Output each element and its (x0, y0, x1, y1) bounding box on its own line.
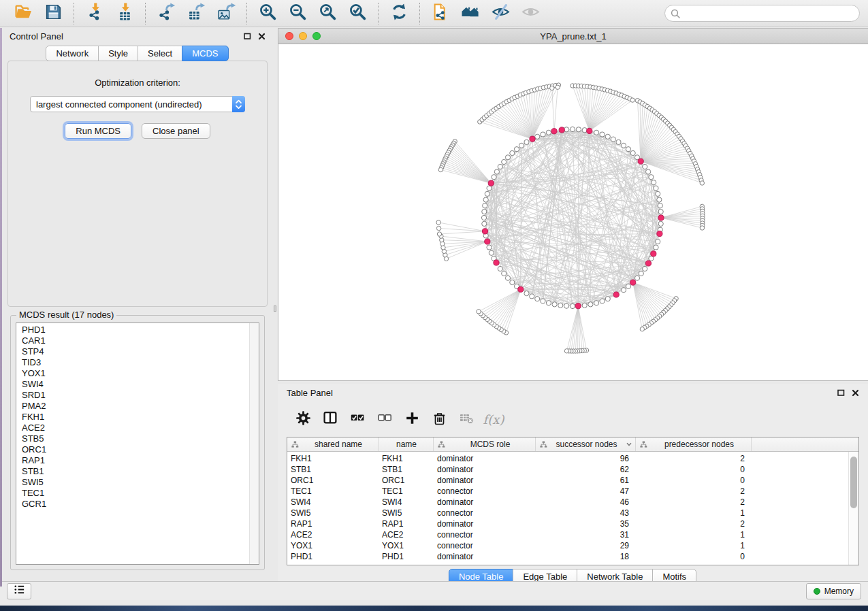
network-node[interactable] (552, 302, 557, 307)
network-node[interactable] (550, 86, 554, 90)
column-header-predecessor-nodes[interactable]: predecessor nodes (636, 437, 752, 451)
network-node[interactable] (492, 175, 496, 180)
network-node[interactable] (654, 186, 658, 191)
network-node[interactable] (616, 139, 621, 144)
network-hub-node[interactable] (518, 286, 524, 292)
search-input[interactable] (684, 7, 853, 19)
network-node[interactable] (576, 127, 581, 132)
close-window-traffic-light[interactable] (285, 32, 293, 40)
network-node[interactable] (524, 139, 529, 144)
network-node[interactable] (505, 155, 510, 160)
network-node[interactable] (621, 143, 626, 148)
network-node[interactable] (510, 150, 515, 155)
network-node[interactable] (530, 294, 534, 299)
network-node[interactable] (564, 303, 569, 308)
splitter-handle[interactable] (274, 306, 276, 312)
network-node[interactable] (510, 280, 515, 284)
network-node[interactable] (524, 291, 529, 296)
network-hub-node[interactable] (530, 136, 535, 142)
tab-select[interactable]: Select (138, 46, 182, 61)
network-node[interactable] (657, 197, 662, 202)
network-node[interactable] (600, 299, 605, 303)
network-node[interactable] (502, 271, 507, 276)
search-field[interactable] (664, 5, 860, 22)
network-node[interactable] (482, 221, 487, 226)
float-panel-icon[interactable] (837, 389, 845, 397)
network-node[interactable] (640, 327, 644, 331)
network-node[interactable] (658, 210, 663, 214)
network-hub-node[interactable] (638, 159, 643, 164)
network-node[interactable] (626, 284, 630, 288)
import-network-from-file-button[interactable] (84, 3, 106, 24)
network-node[interactable] (652, 180, 656, 185)
network-node[interactable] (700, 181, 704, 185)
table-row[interactable]: SWI5SWI5connector431 (287, 508, 858, 518)
table-scrollbar[interactable] (848, 452, 858, 565)
network-node[interactable] (630, 98, 634, 102)
network-node[interactable] (558, 303, 563, 308)
list-item[interactable]: RAP1 (16, 455, 249, 466)
network-hub-node[interactable] (482, 229, 487, 234)
network-node[interactable] (634, 276, 639, 280)
list-item[interactable]: SWI4 (16, 379, 249, 390)
show-column-panel-button[interactable] (321, 410, 339, 428)
table-settings-button[interactable] (294, 411, 312, 428)
table-row[interactable]: SWI4SWI4dominator462 (287, 497, 858, 508)
close-panel-icon[interactable] (852, 389, 859, 397)
network-hub-node[interactable] (559, 127, 564, 133)
save-session-button[interactable] (42, 3, 64, 24)
select-all-rows-button[interactable] (349, 411, 366, 428)
network-node[interactable] (600, 132, 605, 137)
export-table-button[interactable] (185, 3, 207, 24)
network-canvas[interactable] (278, 44, 867, 380)
list-item[interactable]: STB5 (16, 433, 249, 444)
new-network-from-selection-button[interactable] (430, 3, 451, 24)
apply-preferred-layout-button[interactable] (388, 3, 410, 24)
table-scrollbar-thumb[interactable] (850, 457, 857, 508)
network-node[interactable] (535, 134, 540, 139)
network-node[interactable] (654, 245, 658, 250)
network-node[interactable] (519, 143, 524, 148)
network-hub-node[interactable] (575, 303, 581, 309)
network-node[interactable] (639, 271, 643, 276)
list-item[interactable]: GCR1 (16, 499, 249, 510)
list-item[interactable]: SRD1 (16, 390, 249, 401)
network-node[interactable] (656, 240, 660, 244)
network-node[interactable] (541, 132, 545, 137)
network-window-titlebar[interactable]: YPA_prune.txt_1 (278, 29, 868, 44)
column-header-name[interactable]: name (379, 437, 434, 451)
network-node[interactable] (546, 130, 551, 135)
create-new-column-button[interactable] (403, 411, 421, 428)
network-node[interactable] (658, 203, 662, 208)
list-item[interactable]: ACE2 (16, 423, 249, 433)
list-scrollbar[interactable] (249, 323, 259, 564)
tab-style[interactable]: Style (98, 46, 138, 61)
network-hub-node[interactable] (587, 128, 592, 133)
zoom-fit-content-button[interactable] (317, 3, 338, 24)
list-item[interactable]: PMA2 (16, 401, 249, 412)
network-node[interactable] (477, 310, 481, 314)
list-item[interactable]: STP4 (16, 346, 249, 357)
vertical-splitter[interactable] (273, 28, 278, 587)
network-hub-node[interactable] (651, 251, 656, 257)
network-node[interactable] (546, 301, 551, 306)
network-hub-node[interactable] (630, 280, 636, 285)
network-hub-node[interactable] (494, 260, 499, 265)
network-node[interactable] (570, 303, 575, 308)
export-network-button[interactable] (155, 3, 177, 24)
column-header-successor-nodes[interactable]: successor nodes (536, 437, 636, 451)
list-item[interactable]: YOX1 (16, 368, 249, 379)
network-node[interactable] (485, 191, 489, 196)
zoom-selected-region-button[interactable] (347, 3, 368, 24)
hide-selected-button[interactable] (489, 3, 511, 24)
network-node[interactable] (582, 128, 587, 133)
list-item[interactable]: TID3 (16, 357, 249, 368)
network-node[interactable] (582, 303, 587, 308)
list-item[interactable]: PHD1 (16, 325, 249, 335)
network-node[interactable] (649, 175, 654, 180)
table-row[interactable]: FKH1FKH1dominator962 (287, 453, 858, 464)
deselect-all-rows-button[interactable] (376, 411, 393, 428)
network-hub-node[interactable] (551, 129, 557, 134)
network-node[interactable] (436, 220, 440, 225)
network-node[interactable] (487, 245, 492, 250)
